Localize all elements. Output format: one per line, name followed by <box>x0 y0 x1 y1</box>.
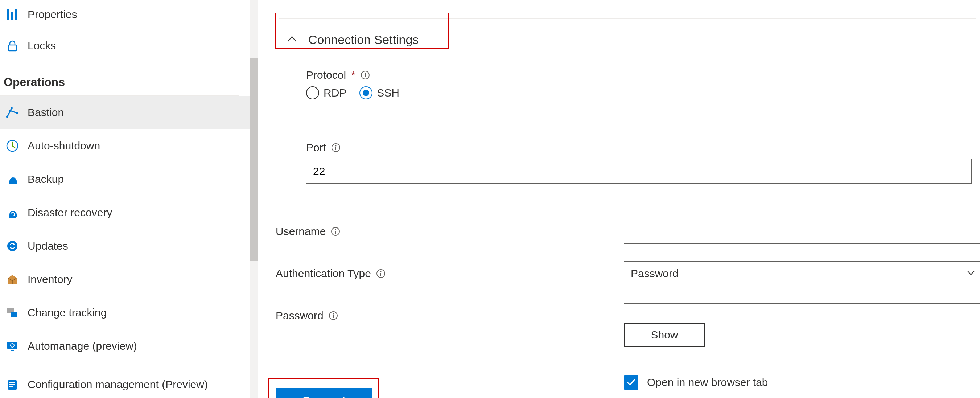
highlight-box-auth-chevron <box>947 255 980 293</box>
svg-point-4 <box>6 116 8 118</box>
checkmark-icon <box>626 377 636 387</box>
svg-point-28 <box>380 271 381 272</box>
config-mgmt-icon <box>4 376 21 393</box>
nav-item-config-mgmt[interactable]: Configuration management (Preview) <box>0 363 254 398</box>
nav-label: Change tracking <box>27 307 107 319</box>
nav-label: Disaster recovery <box>27 207 112 219</box>
nav-item-auto-shutdown[interactable]: Auto-shutdown <box>0 129 254 162</box>
svg-rect-1 <box>11 12 13 19</box>
svg-point-31 <box>332 313 334 314</box>
svg-rect-23 <box>336 147 336 150</box>
svg-rect-11 <box>7 342 18 349</box>
info-icon[interactable] <box>376 269 385 278</box>
radio-checked-icon <box>360 86 372 99</box>
username-label-row: Username <box>276 225 624 238</box>
info-icon[interactable] <box>329 311 338 320</box>
updates-icon <box>4 237 21 255</box>
svg-point-5 <box>11 107 13 109</box>
nav-item-change-tracking[interactable]: Change tracking <box>0 296 254 330</box>
svg-rect-12 <box>11 350 14 351</box>
port-label-row: Port <box>306 142 972 154</box>
radio-label-ssh: SSH <box>377 87 399 99</box>
auth-type-dropdown[interactable]: Password <box>624 261 980 286</box>
required-asterisk: * <box>351 69 355 81</box>
nav-item-disaster-recovery[interactable]: Disaster recovery <box>0 196 254 229</box>
highlight-box-connection-settings <box>275 13 449 49</box>
highlight-box-connect <box>268 378 379 398</box>
info-icon[interactable] <box>331 143 340 152</box>
open-new-tab-checkbox[interactable] <box>624 375 638 390</box>
svg-rect-29 <box>380 273 381 276</box>
svg-point-6 <box>16 112 19 114</box>
sidebar-scrollbar-thumb[interactable] <box>250 58 258 261</box>
svg-rect-0 <box>7 10 10 19</box>
nav-label: Auto-shutdown <box>27 140 100 152</box>
disaster-recovery-icon <box>4 204 21 221</box>
open-new-tab-label: Open in new browser tab <box>647 376 768 388</box>
nav-label: Properties <box>27 8 77 21</box>
show-button[interactable]: Show <box>624 323 705 347</box>
nav-item-backup[interactable]: Backup <box>0 162 254 196</box>
info-icon[interactable] <box>331 227 340 236</box>
svg-rect-10 <box>11 312 18 317</box>
nav-item-bastion[interactable]: Bastion <box>0 96 254 129</box>
info-icon[interactable] <box>361 70 370 80</box>
radio-unchecked-icon <box>306 86 319 99</box>
protocol-radio-rdp[interactable]: RDP <box>306 86 346 99</box>
auth-type-label: Authentication Type <box>276 267 371 280</box>
svg-point-8 <box>7 241 18 251</box>
nav-label: Configuration management (Preview) <box>27 377 208 392</box>
nav-item-automanage[interactable]: Automanage (preview) <box>0 330 254 363</box>
svg-point-19 <box>364 73 366 74</box>
svg-point-25 <box>335 229 336 230</box>
nav-label: Inventory <box>27 273 72 285</box>
auth-type-selected-value: Password <box>631 267 679 280</box>
clock-icon <box>4 137 21 154</box>
nav-item-updates[interactable]: Updates <box>0 229 254 263</box>
username-input[interactable] <box>624 219 980 244</box>
nav-label: Locks <box>27 40 56 52</box>
bastion-icon <box>4 104 21 121</box>
sidebar-section-operations: Operations <box>0 62 239 96</box>
properties-icon <box>4 6 21 23</box>
nav-label: Automanage (preview) <box>27 340 137 352</box>
port-input[interactable] <box>306 159 972 183</box>
svg-rect-32 <box>333 315 334 318</box>
nav-item-locks[interactable]: Locks <box>0 29 254 62</box>
password-label: Password <box>276 309 323 322</box>
nav-item-inventory[interactable]: Inventory <box>0 263 254 296</box>
protocol-label-row: Protocol * <box>306 69 399 81</box>
radio-label-rdp: RDP <box>323 87 346 99</box>
main-panel: Connection Settings Protocol * RDP SSH <box>268 0 980 398</box>
show-button-label: Show <box>651 329 678 341</box>
nav-label: Bastion <box>27 106 64 119</box>
svg-rect-26 <box>335 231 336 234</box>
svg-rect-16 <box>10 384 15 385</box>
svg-rect-15 <box>10 382 15 383</box>
auth-type-label-row: Authentication Type <box>276 267 624 280</box>
svg-rect-17 <box>10 386 13 387</box>
nav-label: Backup <box>27 173 64 185</box>
inventory-icon <box>4 271 21 288</box>
nav-item-properties[interactable]: Properties <box>0 0 254 29</box>
svg-rect-20 <box>365 74 366 77</box>
sidebar-scrollbar-track[interactable] <box>250 0 258 398</box>
sidebar-nav: Properties Locks Operations Bastion Auto… <box>0 0 254 398</box>
backup-icon <box>4 170 21 188</box>
svg-rect-2 <box>15 9 18 19</box>
nav-label: Updates <box>27 240 68 252</box>
protocol-radio-ssh[interactable]: SSH <box>360 86 399 99</box>
username-label: Username <box>276 225 326 238</box>
port-label: Port <box>306 142 326 154</box>
protocol-label: Protocol <box>306 69 346 81</box>
password-label-row: Password <box>276 309 624 322</box>
change-tracking-icon <box>4 304 21 322</box>
lock-icon <box>4 37 21 54</box>
svg-point-22 <box>335 145 336 146</box>
automanage-icon <box>4 338 21 355</box>
svg-rect-3 <box>8 45 16 51</box>
